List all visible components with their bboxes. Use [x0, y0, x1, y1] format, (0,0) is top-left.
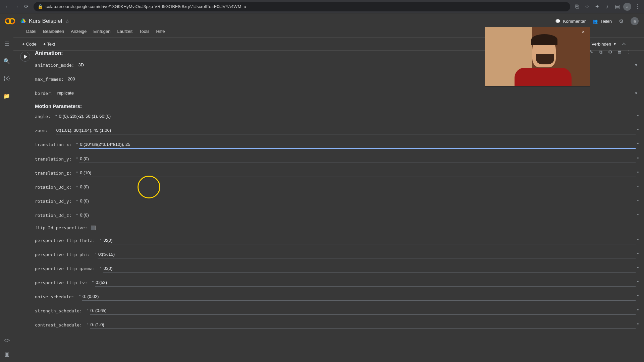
forward-button[interactable]: → [12, 2, 21, 11]
label-zoom: zoom: [35, 128, 48, 133]
label-rotation-3d-y: rotation_3d_y: [35, 199, 72, 204]
menu-insert[interactable]: Einfügen [91, 27, 113, 35]
code-snippets-icon[interactable]: <> [3, 337, 11, 345]
doc-title[interactable]: Kurs Beispiel [29, 18, 62, 24]
connect-button[interactable]: Verbinden▼ [592, 42, 616, 47]
gear-icon[interactable]: ⚙ [607, 49, 613, 55]
menu-help[interactable]: Hilfe [153, 27, 167, 35]
input-perspective-flip-gamma[interactable] [103, 264, 636, 273]
menu-tools[interactable]: Tools [137, 27, 152, 35]
app-header: Kurs Beispiel ☆ 💬 Kommentar 👥 Teilen ⚙ a [0, 13, 644, 27]
input-translation-z[interactable] [79, 169, 636, 177]
variables-icon[interactable]: {x} [3, 74, 11, 82]
label-noise-schedule: noise_schedule: [35, 294, 74, 299]
bookmark-icon[interactable]: ☆ [583, 3, 591, 11]
label-animation-mode: animation_mode: [35, 63, 74, 68]
input-rotation-3d-y[interactable] [79, 197, 636, 205]
delete-icon[interactable]: 🗑 [616, 49, 623, 55]
left-rail: ☰ 🔍 {x} 📁 <> ▣ [0, 27, 13, 362]
webcam-overlay: × [485, 27, 590, 86]
input-noise-schedule[interactable] [82, 293, 636, 301]
sidepanel-icon[interactable]: ▤ [613, 3, 621, 11]
toc-icon[interactable]: ☰ [3, 40, 11, 48]
run-cell-button[interactable] [20, 52, 30, 62]
share-button[interactable]: 👥 Teilen [592, 18, 612, 24]
input-border[interactable]: replicate [57, 89, 640, 97]
star-button[interactable]: ☆ [65, 18, 69, 24]
label-angle: angle: [35, 114, 51, 119]
address-bar[interactable]: 🔒 colab.research.google.com/drive/13G9KH… [34, 2, 570, 11]
label-border: border: [35, 91, 53, 96]
search-icon[interactable]: 🔍 [3, 57, 11, 65]
form-cell: ↑ ↓ ⌘ ✎ ⧉ ⚙ 🗑 ⋮ Animation: animation_mod… [20, 50, 640, 329]
input-perspective-flip-fv[interactable] [95, 279, 636, 287]
menu-edit[interactable]: Bearbeiten [40, 27, 67, 35]
extensions-icon[interactable]: ✦ [593, 3, 601, 11]
label-perspective-flip-theta: perspective_flip_theta: [35, 238, 95, 243]
section-motion: Motion Parameters: [35, 103, 640, 109]
comment-button[interactable]: 💬 Kommentar [554, 18, 586, 24]
menu-icon[interactable]: ⋮ [633, 3, 641, 11]
input-rotation-3d-x[interactable] [79, 183, 636, 191]
label-perspective-flip-gamma: perspective_flip_gamma: [35, 266, 95, 271]
menu-file[interactable]: Datei [23, 27, 39, 35]
translate-icon[interactable]: ⎘ [573, 3, 581, 11]
notebook-area: ↑ ↓ ⌘ ✎ ⧉ ⚙ 🗑 ⋮ Animation: animation_mod… [13, 46, 644, 362]
label-perspective-flip-phi: perspective_flip_phi: [35, 252, 90, 257]
back-button[interactable]: ← [3, 2, 12, 11]
terminal-icon[interactable]: ▣ [3, 350, 11, 358]
label-translation-x: translation_x: [35, 142, 72, 147]
files-icon[interactable]: 📁 [3, 92, 11, 100]
music-icon[interactable]: ♪ [603, 3, 611, 11]
chevron-down-icon: ▼ [613, 42, 616, 46]
label-rotation-3d-z: rotation_3d_z: [35, 213, 72, 218]
comment-icon: 💬 [554, 18, 561, 24]
input-zoom[interactable] [56, 126, 636, 134]
label-rotation-3d-x: rotation_3d_x: [35, 185, 72, 190]
share-icon: 👥 [592, 18, 598, 24]
lock-icon: 🔒 [38, 4, 43, 9]
menu-view[interactable]: Anzeige [68, 27, 89, 35]
input-strength-schedule[interactable] [90, 307, 636, 315]
reload-button[interactable]: ⟳ [21, 2, 31, 11]
label-translation-y: translation_y: [35, 157, 72, 162]
input-angle[interactable] [58, 112, 636, 120]
label-translation-z: translation_z: [35, 171, 72, 176]
browser-chrome: ← → ⟳ 🔒 colab.research.google.com/drive/… [0, 0, 644, 13]
drive-icon [20, 18, 26, 24]
input-translation-x[interactable] [79, 140, 636, 149]
settings-gear-icon[interactable]: ⚙ [618, 18, 625, 24]
checkbox-flip-2d-perspective[interactable] [91, 226, 96, 230]
url-text: colab.research.google.com/drive/13G9KHyM… [46, 4, 246, 9]
more-icon[interactable]: ⋮ [626, 49, 632, 55]
colab-logo[interactable] [4, 15, 16, 27]
profile-avatar[interactable]: a [623, 3, 631, 11]
input-perspective-flip-theta[interactable] [103, 236, 636, 244]
label-perspective-flip-fv: perspective_flip_fv: [35, 280, 88, 285]
label-strength-schedule: strength_schedule: [35, 308, 82, 313]
close-icon[interactable]: × [582, 29, 588, 35]
mirror-icon[interactable]: ⧉ [598, 49, 604, 55]
menu-runtime[interactable]: Laufzeit [115, 27, 136, 35]
account-avatar[interactable]: a [631, 17, 639, 25]
input-rotation-3d-z[interactable] [79, 211, 636, 219]
label-flip-2d-perspective: flip_2d_perspective: [35, 225, 88, 230]
label-contrast-schedule: contrast_schedule: [35, 322, 82, 327]
label-max-frames: max_frames: [35, 77, 64, 82]
input-translation-y[interactable] [79, 155, 636, 163]
input-perspective-flip-phi[interactable] [98, 250, 636, 258]
input-contrast-schedule[interactable] [90, 321, 636, 329]
